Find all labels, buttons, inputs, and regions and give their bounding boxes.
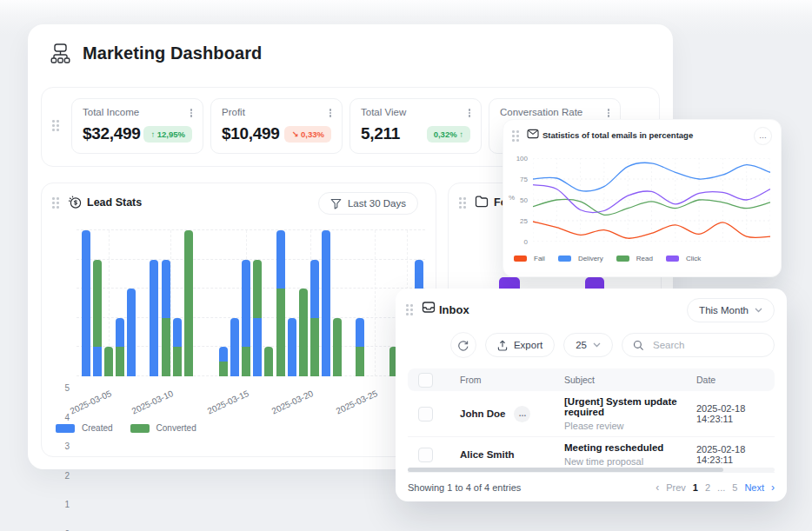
period-select[interactable]: This Month [687, 298, 775, 322]
page-number[interactable]: 1 [693, 482, 698, 493]
bar [219, 230, 228, 376]
column-header-from[interactable]: From [443, 375, 557, 385]
stat-label: Profit [222, 107, 331, 117]
lead-legend: CreatedConverted [56, 423, 196, 433]
bar [184, 230, 193, 376]
legend-item: Created [56, 423, 113, 433]
bar-segment-converted [310, 318, 319, 376]
lead-drag-handle[interactable] [52, 197, 59, 209]
y-tick-label: 50 [510, 196, 528, 204]
chevron-down-icon [593, 342, 601, 348]
legend-swatch [56, 424, 75, 433]
horizontal-scrollbar[interactable] [408, 468, 775, 472]
stat-trend-badge: 0,32% ↑ [427, 126, 470, 143]
next-chevron-icon[interactable]: › [771, 482, 775, 493]
page-numbers: 12...5 [693, 482, 738, 493]
y-tick-label: 1 [54, 500, 70, 509]
bar-segment-converted [356, 347, 364, 376]
kebab-menu-icon[interactable] [190, 109, 193, 118]
email-menu-button[interactable]: … [754, 127, 772, 145]
email-subject: [Urgent] System update required [564, 396, 689, 417]
y-tick-label: 5 [54, 383, 70, 393]
stats-drag-handle[interactable] [52, 120, 59, 131]
stat-label: Total Income [83, 107, 192, 117]
bar-segment-created [288, 318, 296, 376]
refresh-button[interactable] [450, 332, 476, 358]
table-header-row: From Subject Date [408, 368, 775, 391]
email-subject: Meeting rescheduled [564, 442, 689, 453]
email-legend: FailDeliveryReadClick [514, 255, 701, 262]
inbox-footer: Showing 1 to 4 of 4 entries ‹ Prev 12...… [408, 476, 775, 499]
column-header-subject[interactable]: Subject [557, 375, 689, 385]
inbox-drag-handle[interactable] [406, 304, 413, 315]
bar-segment-created [116, 318, 124, 348]
legend-swatch [130, 424, 150, 433]
page-number[interactable]: 5 [732, 482, 737, 493]
bar [173, 230, 182, 376]
x-tick-label: 2025-03-10 [130, 388, 175, 416]
stat-card: Total Income$32,499↑ 12,95% [71, 98, 203, 154]
chevron-down-icon [755, 308, 762, 313]
email-drag-handle[interactable] [512, 130, 519, 142]
y-tick-label: 2 [54, 471, 70, 481]
legend-label: Created [82, 423, 113, 433]
bar-segment-converted [162, 318, 170, 376]
page-size-value: 25 [576, 340, 587, 350]
legend-label: Read [636, 255, 653, 262]
table-row[interactable]: John Doe…[Urgent] System update required… [408, 391, 775, 437]
kebab-menu-icon[interactable] [329, 109, 332, 118]
bar-segment-created [310, 260, 319, 318]
search-input[interactable] [651, 339, 759, 351]
column-header-date[interactable]: Date [689, 375, 775, 385]
bar-segment-created [127, 289, 136, 376]
bar-segment-created [82, 230, 90, 376]
bar-segment-converted [173, 347, 182, 376]
prev-button[interactable]: Prev [666, 482, 686, 493]
kebab-menu-icon[interactable] [469, 109, 471, 118]
bar [230, 230, 239, 376]
email-date: 2025-02-18 14:23:11 [689, 444, 775, 465]
export-icon [497, 340, 508, 351]
y-tick-label: 4 [54, 413, 70, 422]
inbox-toolbar: Export 25 [408, 332, 775, 358]
kebab-menu-icon[interactable] [608, 109, 610, 118]
row-menu-button[interactable]: … [514, 406, 530, 422]
x-tick-label: 2025-03-25 [335, 388, 379, 416]
select-all-checkbox[interactable] [418, 373, 433, 388]
stat-label: Total View [361, 107, 470, 117]
legend-swatch [558, 256, 571, 262]
lead-filter-button[interactable]: Last 30 Days [318, 192, 418, 215]
period-select-label: This Month [699, 305, 749, 315]
export-label: Export [514, 340, 542, 350]
page-number[interactable]: 2 [705, 482, 710, 493]
next-button[interactable]: Next [744, 482, 764, 493]
legend-item: Read [616, 255, 653, 262]
sitemap-icon [49, 42, 72, 65]
y-tick-label: 100 [510, 155, 528, 163]
stat-value: $32,499 [83, 124, 141, 143]
folder-drag-handle[interactable] [459, 197, 466, 209]
bar-segment-converted [104, 347, 113, 376]
export-button[interactable]: Export [485, 333, 555, 357]
envelope-icon [527, 129, 539, 139]
page-ellipsis: ... [717, 482, 725, 493]
bar [82, 230, 90, 376]
scrollbar-thumb[interactable] [408, 468, 723, 472]
bar-segment-converted [116, 347, 124, 376]
prev-chevron-icon[interactable]: ‹ [656, 482, 659, 493]
row-checkbox[interactable] [418, 407, 433, 421]
legend-item: Fail [514, 255, 545, 262]
bar-segment-created [242, 260, 250, 348]
lead-x-axis: 2025-03-052025-03-102025-03-152025-03-20… [77, 382, 425, 416]
app-header: Marketing Dashboard [49, 42, 262, 65]
bar [162, 230, 170, 376]
legend-label: Delivery [578, 255, 603, 262]
bar-segment-converted [242, 347, 250, 376]
inbox-header: Inbox This Month [396, 289, 787, 327]
bar [333, 230, 342, 376]
y-tick-label: 75 [510, 176, 528, 183]
page-size-select[interactable]: 25 [563, 333, 613, 357]
row-checkbox[interactable] [418, 448, 433, 462]
bar-segment-converted [219, 362, 228, 376]
bar [322, 230, 330, 376]
